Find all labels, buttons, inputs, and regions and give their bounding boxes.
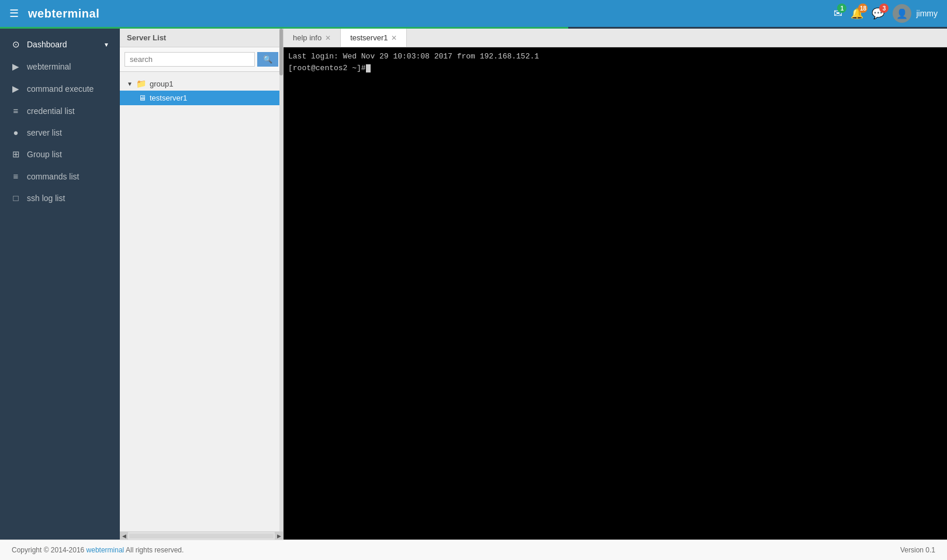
footer-version: Version 0.1 [900, 546, 935, 554]
scroll-x-track [129, 534, 274, 538]
credential-icon: ≡ [11, 106, 21, 116]
footer: Copyright © 2014-2016 webterminal All ri… [0, 540, 947, 560]
dashboard-icon: ⊙ [11, 39, 21, 50]
cursor [366, 64, 371, 72]
tab-help-info-label: help info [293, 33, 322, 42]
sidebar-label-server-list: server list [27, 128, 62, 137]
terminal-screen[interactable]: Last login: Wed Nov 29 10:03:08 2017 fro… [284, 47, 947, 540]
terminal-tabs: help info ✕ testserver1 ✕ [284, 29, 947, 47]
sidebar-item-dashboard[interactable]: ⊙ Dashboard ▼ [0, 33, 120, 56]
server-tree: ▼ 📁 group1 🖥 testserver1 [120, 72, 283, 531]
mail-button[interactable]: ✉ 1 [834, 7, 842, 20]
topnav-right: ✉ 1 🔔 18 💬 3 👤 jimmy [834, 4, 938, 23]
tab-testserver1-close[interactable]: ✕ [391, 34, 397, 42]
sidebar-label-group-list: Group list [27, 150, 62, 159]
server-label: testserver1 [150, 94, 187, 102]
sidebar-item-command-execute[interactable]: ▶ command execute [0, 78, 120, 100]
sidebar-item-group-list[interactable]: ⊞ Group list [0, 143, 120, 165]
log-icon: □ [11, 193, 21, 203]
tree-group-group1[interactable]: ▼ 📁 group1 [120, 77, 283, 91]
terminal-line-0: Last login: Wed Nov 29 10:03:08 2017 fro… [288, 51, 942, 63]
search-button[interactable]: 🔍 [257, 52, 278, 67]
bell-badge: 18 [858, 4, 867, 13]
sidebar-label-credential-list: credential list [27, 106, 75, 116]
sidebar-label-dashboard: Dashboard [27, 40, 67, 49]
search-input[interactable] [125, 52, 255, 67]
group-label: group1 [150, 79, 173, 88]
hamburger-icon[interactable]: ☰ [9, 7, 19, 20]
execute-icon: ▶ [11, 84, 21, 94]
user-menu[interactable]: 👤 jimmy [893, 4, 938, 23]
group-icon: ⊞ [11, 149, 21, 160]
sidebar-item-commands-list[interactable]: ≡ commands list [0, 165, 120, 187]
server-list-search: 🔍 [120, 47, 283, 72]
brand-logo: webterminal [28, 7, 99, 20]
scroll-right-arrow[interactable]: ▶ [275, 532, 283, 540]
sidebar-label-ssh-log-list: ssh log list [27, 193, 65, 203]
server-list-panel: Server List 🔍 ▼ 📁 group1 🖥 testserver1 ◀… [120, 29, 284, 540]
sidebar-item-server-list[interactable]: ● server list [0, 122, 120, 143]
folder-icon: 📁 [136, 79, 146, 88]
avatar: 👤 [893, 4, 911, 23]
chevron-down-icon: ▼ [103, 42, 109, 48]
tab-help-info[interactable]: help info ✕ [284, 29, 341, 47]
commands-icon: ≡ [11, 171, 21, 181]
tab-testserver1[interactable]: testserver1 ✕ [341, 29, 407, 47]
sidebar-item-webterminal[interactable]: ▶ webterminal [0, 56, 120, 78]
sidebar-item-credential-list[interactable]: ≡ credential list [0, 100, 120, 122]
sidebar-label-command-execute: command execute [27, 84, 94, 94]
scrollbar-x[interactable]: ◀ ▶ [120, 531, 283, 540]
expand-icon: ▼ [127, 81, 133, 87]
bell-button[interactable]: 🔔 18 [851, 7, 863, 20]
tree-server-testserver1[interactable]: 🖥 testserver1 [120, 91, 283, 105]
sidebar: ⊙ Dashboard ▼ ▶ webterminal ▶ command ex… [0, 29, 120, 540]
scroll-thumb[interactable] [279, 29, 283, 75]
mail-badge: 1 [837, 4, 846, 13]
chat-button[interactable]: 💬 3 [872, 7, 884, 20]
server-list-header: Server List [120, 29, 283, 47]
terminal-icon: ▶ [11, 61, 21, 72]
sidebar-label-webterminal: webterminal [27, 62, 71, 71]
sidebar-item-ssh-log-list[interactable]: □ ssh log list [0, 187, 120, 209]
server-node-icon: 🖥 [139, 94, 146, 102]
footer-brand-link[interactable]: webterminal [87, 546, 125, 554]
scrollbar-y[interactable] [279, 29, 283, 540]
chat-badge: 3 [879, 4, 889, 13]
terminal-line-1: [root@centos2 ~]# [288, 63, 942, 74]
tab-help-info-close[interactable]: ✕ [325, 34, 331, 42]
sidebar-label-commands-list: commands list [27, 172, 79, 181]
scroll-left-arrow[interactable]: ◀ [120, 532, 128, 540]
terminal-area: help info ✕ testserver1 ✕ Last login: We… [284, 29, 947, 540]
main-layout: ⊙ Dashboard ▼ ▶ webterminal ▶ command ex… [0, 29, 947, 540]
username-label: jimmy [916, 9, 938, 18]
topnav: ☰ webterminal ✉ 1 🔔 18 💬 3 👤 jimmy [0, 0, 947, 27]
footer-copyright: Copyright © 2014-2016 webterminal All ri… [12, 546, 184, 554]
tab-testserver1-label: testserver1 [350, 33, 388, 42]
server-icon: ● [11, 127, 21, 137]
